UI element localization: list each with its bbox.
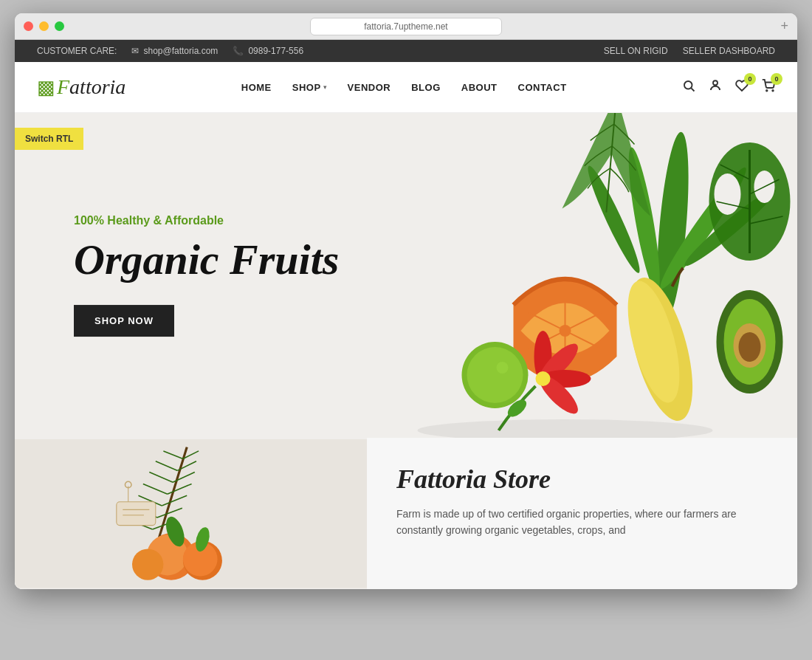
store-description: Farm is made up of two certified organic…	[396, 506, 768, 539]
hero-title: Organic Fruits	[74, 238, 339, 283]
logo-icon: ▩	[37, 76, 55, 99]
shop-now-button[interactable]: SHOP NOW	[74, 305, 174, 337]
top-bar-left: CUSTOMER CARE: ✉ shop@fattoria.com 📞 098…	[37, 46, 303, 56]
top-bar: CUSTOMER CARE: ✉ shop@fattoria.com 📞 098…	[15, 40, 797, 62]
nav-home[interactable]: HOME	[241, 82, 272, 93]
window-controls	[24, 21, 64, 31]
nav-about[interactable]: ABOUT	[461, 82, 498, 93]
address-bar[interactable]: fattoria.7uptheme.net	[310, 18, 502, 35]
hero-section: Switch RTL 100% Healthy & Affordable Org…	[15, 113, 797, 438]
new-tab-button[interactable]: +	[780, 18, 788, 34]
header-icons: 0 0	[682, 79, 775, 96]
svg-point-12	[715, 173, 741, 215]
email-icon: ✉	[131, 46, 139, 56]
sell-link[interactable]: SELL ON RIGID	[604, 46, 668, 56]
logo[interactable]: ▩ Fattoria	[37, 75, 125, 99]
close-button[interactable]	[24, 21, 33, 31]
header: ▩ Fattoria HOME SHOP ▾ VENDOR BLOG ABOUT…	[15, 62, 797, 113]
search-icon[interactable]	[682, 79, 695, 96]
svg-point-3	[766, 90, 768, 92]
minimize-button[interactable]	[39, 21, 49, 31]
nav-contact[interactable]: CONTACT	[518, 82, 567, 93]
address-text: fattoria.7uptheme.net	[364, 21, 447, 32]
email-link[interactable]: shop@fattoria.com	[143, 46, 218, 56]
hero-content: 100% Healthy & Affordable Organic Fruits…	[74, 214, 339, 337]
svg-point-24	[467, 347, 523, 403]
switch-rtl-button[interactable]: Switch RTL	[15, 128, 83, 150]
nav-shop[interactable]: SHOP ▾	[292, 82, 327, 93]
cart-badge: 0	[771, 73, 782, 85]
svg-rect-5	[292, 113, 794, 438]
maximize-button[interactable]	[55, 21, 64, 31]
phone-icon: 📞	[233, 46, 244, 56]
svg-line-1	[691, 88, 694, 91]
shop-dropdown-arrow: ▾	[323, 83, 327, 91]
svg-point-31	[739, 332, 761, 362]
customer-care-label: CUSTOMER CARE:	[37, 46, 117, 56]
main-nav: HOME SHOP ▾ VENDOR BLOG ABOUT CONTACT	[241, 82, 567, 93]
hero-fruits-illustration	[289, 113, 797, 438]
svg-point-36	[536, 371, 551, 386]
svg-point-2	[713, 80, 718, 85]
browser-window: fattoria.7uptheme.net + CUSTOMER CARE: ✉…	[15, 13, 797, 589]
nav-blog[interactable]: BLOG	[411, 82, 441, 93]
store-title: Fattoria Store	[396, 464, 768, 495]
wishlist-badge: 0	[744, 73, 756, 85]
website-content: CUSTOMER CARE: ✉ shop@fattoria.com 📞 098…	[15, 40, 797, 589]
wishlist-icon[interactable]: 0	[735, 79, 749, 96]
bottom-section: Fattoria Store Farm is made up of two ce…	[15, 438, 797, 589]
cart-icon[interactable]: 0	[762, 79, 775, 96]
user-icon[interactable]	[709, 79, 722, 96]
bottom-right-text: Fattoria Store Farm is made up of two ce…	[367, 438, 797, 589]
svg-point-61	[132, 549, 163, 580]
phone-link[interactable]: 0989-177-556	[248, 46, 303, 56]
svg-point-0	[684, 81, 692, 89]
svg-point-4	[772, 90, 774, 92]
email-item: ✉ shop@fattoria.com	[131, 46, 218, 56]
top-bar-right: SELL ON RIGID SELLER DASHBOARD	[604, 46, 775, 56]
dashboard-link[interactable]: SELLER DASHBOARD	[683, 46, 775, 56]
svg-rect-64	[117, 502, 156, 526]
titlebar: fattoria.7uptheme.net +	[15, 13, 797, 40]
bottom-left-image	[15, 438, 367, 589]
logo-text: Fattoria	[57, 75, 125, 99]
nav-vendor[interactable]: VENDOR	[348, 82, 391, 93]
svg-point-25	[497, 362, 509, 374]
phone-item: 📞 0989-177-556	[233, 46, 303, 56]
svg-point-22	[560, 325, 571, 337]
hero-subtitle: 100% Healthy & Affordable	[74, 214, 339, 227]
